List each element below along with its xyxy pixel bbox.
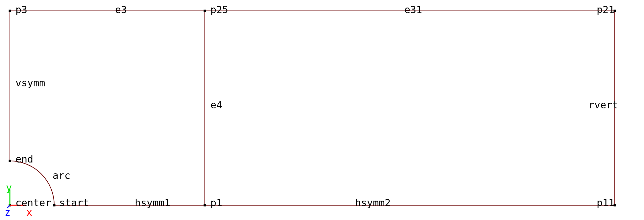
point-p3 xyxy=(9,10,11,12)
geometry-canvas xyxy=(0,0,644,220)
label-p3: p3 xyxy=(15,5,27,15)
label-arc: arc xyxy=(53,171,70,181)
point-start xyxy=(53,204,56,207)
label-vsymm: vsymm xyxy=(15,78,45,88)
label-e3: e3 xyxy=(115,5,127,15)
point-end xyxy=(9,160,11,162)
label-e31: e31 xyxy=(404,5,422,15)
point-p1 xyxy=(204,204,206,207)
label-start: start xyxy=(59,198,89,208)
label-end: end xyxy=(15,154,33,164)
label-center: center xyxy=(15,198,51,208)
axis-x-label: x xyxy=(26,208,32,217)
axis-z-label: z xyxy=(5,208,11,217)
label-p11: p11 xyxy=(597,198,614,208)
point-p25 xyxy=(204,10,206,12)
label-hsymm2: hsymm2 xyxy=(355,198,391,208)
label-p21: p21 xyxy=(597,5,614,15)
label-p25: p25 xyxy=(210,5,228,15)
label-hsymm1: hsymm1 xyxy=(135,198,170,208)
label-p1: p1 xyxy=(210,198,222,208)
axis-y-label: y xyxy=(6,183,12,193)
label-rvert: rvert xyxy=(588,100,618,110)
label-e4: e4 xyxy=(210,100,222,110)
